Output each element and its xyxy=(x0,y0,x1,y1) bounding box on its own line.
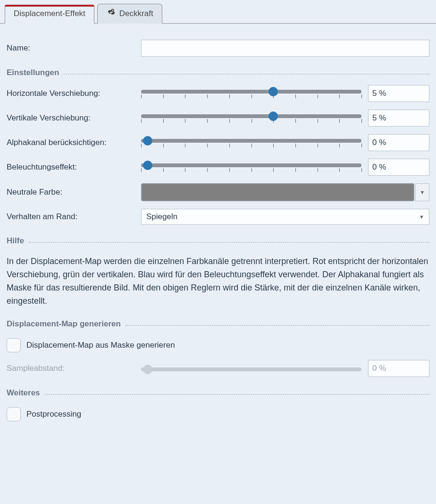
vshift-spinner[interactable]: ▲ ▼ xyxy=(368,110,429,127)
color-dropdown-icon[interactable]: ▼ xyxy=(415,183,429,201)
section-more-title: Weiteres xyxy=(7,388,40,398)
section-generate-title: Displacement-Map generieren xyxy=(7,319,121,329)
light-slider[interactable] xyxy=(141,162,361,173)
sample-spinner: ▲ ▼ xyxy=(368,360,429,377)
slider-ticks xyxy=(141,144,361,148)
section-more: Weiteres xyxy=(7,388,429,398)
sample-row: Sampleabstand: ▲ ▼ xyxy=(7,360,429,377)
light-label: Beleuchtungseffekt: xyxy=(7,162,141,172)
link-icon xyxy=(106,8,117,19)
color-row: Neutrale Farbe: ▼ xyxy=(7,183,429,201)
sample-slider xyxy=(141,366,361,371)
tab-displacement-label: Displacement-Effekt xyxy=(14,9,85,18)
hshift-spinner[interactable]: ▲ ▼ xyxy=(368,85,429,102)
vshift-row: Vertikale Verschiebung: ▲ ▼ xyxy=(7,110,429,127)
vshift-label: Vertikale Verschiebung: xyxy=(7,113,141,123)
postprocess-row: Postprocessing xyxy=(7,407,429,421)
sample-thumb xyxy=(143,365,152,374)
genfrommask-checkbox[interactable] xyxy=(7,338,21,352)
hshift-slider[interactable] xyxy=(141,88,361,99)
postprocess-checkbox[interactable] xyxy=(7,407,21,421)
genfrommask-row: Displacement-Map aus Maske generieren xyxy=(7,338,429,352)
light-spinner[interactable]: ▲ ▼ xyxy=(368,159,429,176)
divider xyxy=(45,394,429,395)
color-picker[interactable]: ▼ xyxy=(141,183,429,201)
hshift-label: Horizontale Verschiebung: xyxy=(7,89,141,98)
postprocess-label: Postprocessing xyxy=(26,410,81,419)
section-help: Hilfe xyxy=(7,236,429,246)
svg-point-0 xyxy=(111,9,114,12)
light-spinner-input[interactable] xyxy=(369,159,436,175)
name-label: Name: xyxy=(7,43,141,53)
tab-opacity[interactable]: Deckkraft xyxy=(97,4,162,24)
slider-ticks xyxy=(141,119,361,124)
name-row: Name: xyxy=(7,40,429,57)
divider xyxy=(64,74,429,75)
tab-opacity-label: Deckkraft xyxy=(119,9,153,18)
edge-select-value: Spiegeln xyxy=(146,212,177,222)
help-text: In der Displacement-Map werden die einze… xyxy=(7,255,429,308)
color-swatch[interactable] xyxy=(141,183,414,201)
tabbar: Displacement-Effekt Deckkraft xyxy=(0,0,436,24)
color-label: Neutrale Farbe: xyxy=(7,188,141,197)
alpha-spinner[interactable]: ▲ ▼ xyxy=(368,134,429,151)
edge-select[interactable]: Spiegeln ▼ xyxy=(141,209,429,225)
tab-displacement[interactable]: Displacement-Effekt xyxy=(5,5,94,24)
alpha-spinner-input[interactable] xyxy=(369,135,436,151)
vshift-spinner-input[interactable] xyxy=(369,110,436,126)
genfrommask-label: Displacement-Map aus Maske generieren xyxy=(26,341,175,350)
name-input[interactable] xyxy=(141,40,429,57)
alpha-row: Alphakanal berücksichtigen: ▲ ▼ xyxy=(7,134,429,151)
alpha-label: Alphakanal berücksichtigen: xyxy=(7,138,141,147)
section-generate: Displacement-Map generieren xyxy=(7,319,429,329)
vshift-slider[interactable] xyxy=(141,112,361,124)
sample-label: Sampleabstand: xyxy=(7,364,141,373)
slider-ticks xyxy=(141,94,361,99)
divider xyxy=(126,325,429,326)
section-help-title: Hilfe xyxy=(7,236,24,246)
section-settings-title: Einstellungen xyxy=(7,68,59,77)
alpha-slider[interactable] xyxy=(141,137,361,148)
light-row: Beleuchtungseffekt: ▲ ▼ xyxy=(7,159,429,176)
sample-spinner-input xyxy=(369,360,436,376)
hshift-spinner-input[interactable] xyxy=(369,85,436,102)
chevron-down-icon: ▼ xyxy=(419,214,424,220)
edge-row: Verhalten am Rand: Spiegeln ▼ xyxy=(7,209,429,225)
hshift-row: Horizontale Verschiebung: ▲ ▼ xyxy=(7,85,429,102)
divider xyxy=(29,242,429,243)
slider-ticks xyxy=(141,168,361,173)
section-settings: Einstellungen xyxy=(7,68,429,77)
edge-label: Verhalten am Rand: xyxy=(7,212,141,222)
panel: Name: Einstellungen Horizontale Verschie… xyxy=(0,24,436,440)
